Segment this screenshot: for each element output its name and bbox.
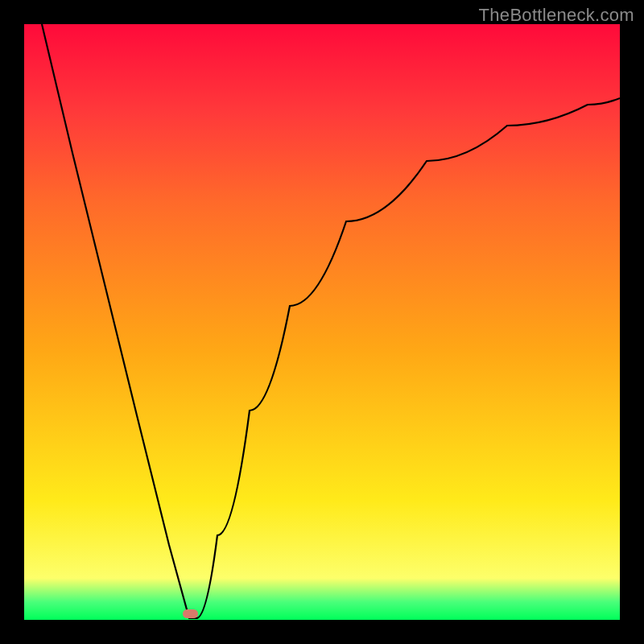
bottleneck-curve: [24, 24, 620, 620]
watermark-text: TheBottleneck.com: [479, 5, 634, 26]
minimum-marker: [183, 609, 198, 618]
plot-area: [24, 24, 620, 620]
curve-path: [42, 24, 620, 618]
